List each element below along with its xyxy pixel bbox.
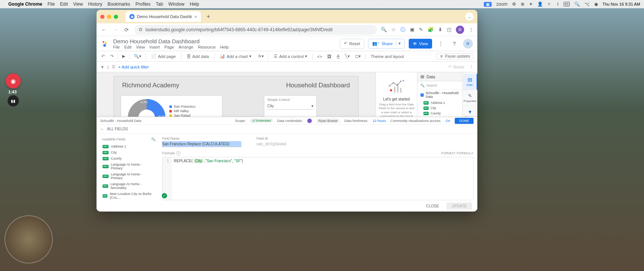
community-viz-value[interactable]: On: [446, 119, 450, 123]
ls-menu-arrange[interactable]: Arrange: [179, 45, 193, 49]
all-fields-link[interactable]: ALL FIELDS: [107, 127, 128, 131]
add-chart-button[interactable]: 📊Add a chart ▾: [218, 52, 254, 61]
extensions-icon[interactable]: 🧩: [428, 27, 434, 32]
webcam-overlay[interactable]: [5, 215, 53, 263]
theme-button[interactable]: Theme and layout: [368, 52, 406, 61]
pause-button[interactable]: ▮▮: [8, 95, 19, 107]
extension-icon[interactable]: ✎: [419, 27, 423, 32]
menu-history[interactable]: History: [88, 2, 102, 7]
share-button[interactable]: 👥⁺Share▾: [368, 39, 405, 49]
formula-editor[interactable]: 1 REPLACE( City ,"San Francisco", "SF") …: [162, 157, 474, 200]
available-field[interactable]: ABCCounty: [100, 155, 157, 161]
looker-logo-icon[interactable]: [101, 40, 109, 48]
help-icon[interactable]: ?: [449, 39, 459, 49]
data-source[interactable]: SchoolBI - Household Data: [417, 90, 462, 100]
data-field[interactable]: ABCCity: [417, 105, 462, 111]
zoom-indicator[interactable]: ▣: [484, 2, 492, 7]
community-viz-button[interactable]: ⚞▾: [257, 52, 265, 61]
extension-icon[interactable]: ▣: [410, 27, 414, 32]
image-button[interactable]: 🖼: [326, 52, 333, 61]
data-field[interactable]: ABCCounty: [417, 111, 462, 116]
available-field[interactable]: ABCAddress 1: [100, 143, 157, 149]
menu-help[interactable]: Help: [190, 2, 199, 7]
field-chip[interactable]: City: [194, 159, 203, 163]
back-arrow-icon[interactable]: ←: [100, 127, 104, 131]
control-center-icon[interactable]: ⌥: [584, 2, 590, 7]
sidepanel-icon[interactable]: ◫: [447, 27, 451, 32]
ls-menu-edit[interactable]: Edit: [124, 45, 132, 49]
share-dropdown-icon[interactable]: ▾: [396, 41, 401, 46]
ls-menu-file[interactable]: File: [113, 45, 120, 49]
report-title[interactable]: Demo Household Data Dashboard: [113, 38, 228, 44]
ls-menu-page[interactable]: Page: [164, 45, 174, 49]
rail-tab-data[interactable]: ▤Data: [463, 74, 477, 90]
window-minimize-button[interactable]: [107, 15, 111, 19]
menu-edit[interactable]: Edit: [60, 2, 68, 7]
view-button[interactable]: 👁View: [409, 39, 432, 49]
formula-help-icon[interactable]: ?: [176, 151, 181, 155]
undo-button[interactable]: ↶: [100, 52, 106, 61]
menu-window[interactable]: Window: [169, 2, 185, 7]
reset-button[interactable]: ↶Reset: [340, 39, 364, 49]
tab-close-icon[interactable]: ×: [194, 14, 197, 20]
siri-icon[interactable]: ◉: [594, 2, 598, 7]
line-button[interactable]: ╲▾: [344, 52, 351, 61]
pause-updates-button[interactable]: ⏸Pause updates: [436, 53, 474, 59]
filter-more-icon[interactable]: ⋮: [469, 64, 474, 69]
close-button[interactable]: CLOSE: [422, 202, 443, 210]
done-button[interactable]: DONE: [455, 118, 474, 124]
available-field[interactable]: ABCLanguage At Home - Primary: [100, 161, 157, 171]
menu-file[interactable]: File: [48, 2, 55, 7]
freshness-value[interactable]: 12 hours: [373, 119, 386, 123]
menu-bookmarks[interactable]: Bookmarks: [107, 2, 130, 7]
filter-reset-button[interactable]: ↶Reset: [448, 64, 464, 69]
shape-button[interactable]: ◻▾: [354, 52, 362, 61]
browser-tab[interactable]: ◆ Demo Household Data Dashb ×: [126, 11, 201, 22]
ls-menu-help[interactable]: Help: [220, 45, 229, 49]
app-name[interactable]: Google Chrome: [8, 2, 42, 7]
record-button[interactable]: ◉: [6, 73, 21, 88]
filter-options-icon[interactable]: ☰: [112, 64, 115, 69]
reload-button[interactable]: ⟳: [123, 27, 130, 33]
user-avatar[interactable]: R: [463, 39, 473, 49]
available-field[interactable]: ABCNew Location City vs Burbs (CAL…: [100, 191, 157, 200]
new-tab-button[interactable]: +: [204, 12, 213, 21]
profile-avatar[interactable]: R: [456, 26, 464, 34]
download-icon[interactable]: ⬇: [438, 27, 442, 32]
add-control-button[interactable]: ☰Add a control ▾: [271, 52, 310, 61]
more-options-icon[interactable]: ⋮: [436, 39, 446, 49]
omnibox[interactable]: ⏣ lookerstudio.google.com/reporting/b64f…: [134, 25, 377, 35]
tab-list-button[interactable]: ⌄: [465, 12, 474, 21]
credentials-user[interactable]: Ryan Bowse: [316, 119, 340, 123]
extension-icon[interactable]: ⓘ: [400, 26, 405, 33]
lock-icon[interactable]: ⏣: [139, 27, 143, 32]
add-page-button[interactable]: 📄Add page: [149, 52, 178, 61]
chrome-menu-icon[interactable]: ⋮: [469, 27, 474, 32]
data-field[interactable]: ABCAddress 1: [417, 100, 462, 105]
zoom-tool[interactable]: 🔍▾: [133, 52, 143, 61]
menu-profiles[interactable]: Profiles: [135, 2, 150, 7]
redo-button[interactable]: ↷: [109, 52, 115, 61]
data-search[interactable]: 🔍Search: [417, 81, 462, 90]
add-quick-filter-button[interactable]: + Add quick filter: [118, 65, 149, 69]
window-maximize-button[interactable]: [114, 15, 118, 19]
format-formula-button[interactable]: FORMAT FORMULA: [441, 151, 474, 155]
back-button[interactable]: ←: [100, 27, 108, 33]
search-icon[interactable]: 🔍: [151, 137, 155, 141]
clock[interactable]: Thu Nov 16 9:31 AM: [603, 2, 640, 6]
available-field[interactable]: ABCCity: [100, 149, 157, 155]
window-close-button[interactable]: [100, 15, 104, 19]
add-data-button[interactable]: 🗄Add data: [184, 52, 211, 61]
ls-menu-view[interactable]: View: [136, 45, 145, 49]
available-field[interactable]: ABCLanguage At Home - Primary: [100, 171, 157, 181]
menu-view[interactable]: View: [73, 2, 83, 7]
zoom-icon[interactable]: 🔍: [381, 27, 387, 32]
drag-handle[interactable]: : : : : :: [280, 116, 294, 119]
funnel-icon[interactable]: ▼: [100, 65, 104, 69]
text-button[interactable]: A̲: [336, 52, 341, 61]
menu-tab[interactable]: Tab: [156, 2, 163, 7]
ls-menu-insert[interactable]: Insert: [149, 45, 160, 49]
bookmark-icon[interactable]: ☆: [391, 27, 396, 32]
forward-button[interactable]: →: [112, 27, 119, 33]
url-embed-button[interactable]: <>: [316, 52, 323, 61]
